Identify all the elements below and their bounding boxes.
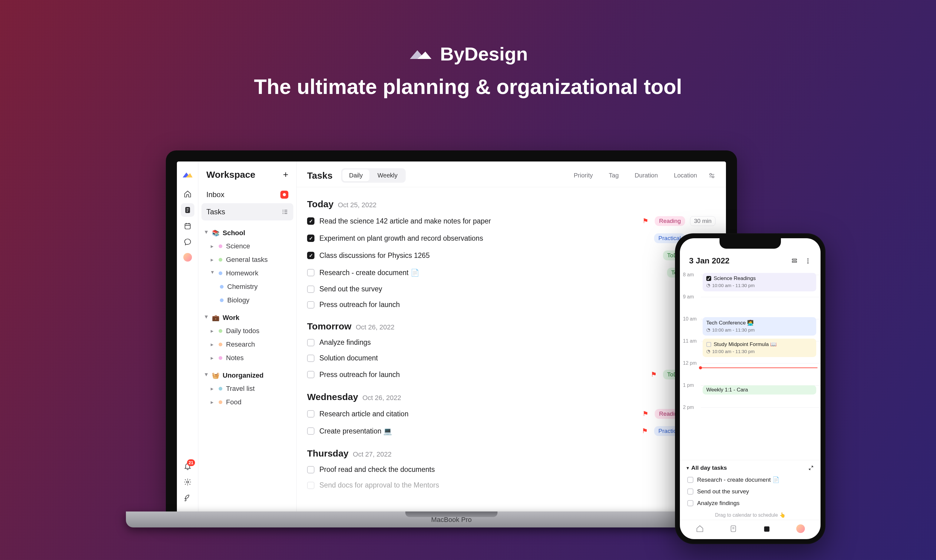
sidebar-item-travel[interactable]: ▸Travel list [202, 382, 296, 395]
page-title: Tasks [307, 171, 333, 181]
checkbox-icon[interactable] [307, 428, 314, 435]
task-row[interactable]: Proof read and check the documents [307, 462, 716, 477]
hour-label: 2 pm [683, 405, 694, 410]
more-vertical-icon[interactable] [805, 258, 811, 265]
task-row[interactable]: Read the science 142 article and make no… [307, 212, 716, 230]
task-row[interactable]: Research article and citation⚑Reading30 … [307, 405, 716, 423]
sidebar-item-biology[interactable]: Biology [202, 294, 296, 307]
checkbox-checked-icon[interactable] [307, 217, 314, 225]
sliders-icon[interactable] [708, 172, 716, 179]
list-view-icon[interactable] [791, 258, 798, 265]
task-row[interactable]: Press outreach for launch⚑ToDo45 min [307, 366, 716, 383]
allday-task[interactable]: Analyze findings [687, 497, 814, 509]
hour-label: 1 pm [683, 383, 694, 388]
task-row[interactable]: Research - create document 📄ToDo2 hrs [307, 264, 716, 281]
sidebar-inbox[interactable]: Inbox [202, 186, 293, 203]
task-row[interactable]: Send docs for approval to the Mentors [307, 477, 716, 493]
color-dot-icon [219, 343, 222, 346]
sidebar-item-research[interactable]: ▸Research [202, 338, 296, 351]
sidebar-group-work[interactable]: ▸ 💼 Work [202, 311, 296, 324]
task-row[interactable]: Create presentation 💻⚑Practical15 min [307, 423, 716, 440]
tab-avatar[interactable] [796, 525, 805, 533]
rail-notifications-button[interactable]: 21 [181, 459, 194, 473]
svg-point-23 [807, 262, 808, 263]
sidebar-item-food[interactable]: ▸Food [202, 395, 296, 409]
tab-daily[interactable]: Daily [342, 169, 369, 182]
checkbox-icon[interactable] [307, 355, 314, 362]
tab-weekly[interactable]: Weekly [371, 169, 404, 182]
phone-agenda[interactable]: 8 am 9 am 10 am 11 am 12 pm 1 pm 2 pm Sc… [680, 269, 821, 460]
phone-tabbar [680, 520, 821, 539]
event-study-midpoint[interactable]: Study Midpoint Formula 📖 ◔10:00 am - 11:… [703, 338, 816, 357]
icon-rail: 21 [177, 162, 199, 511]
rail-tasks-button[interactable] [181, 203, 194, 217]
svg-point-9 [283, 210, 283, 211]
rail-settings-button[interactable] [181, 475, 194, 489]
checkbox-icon[interactable] [307, 410, 314, 417]
rail-home-button[interactable] [181, 187, 194, 201]
event-weekly-cara[interactable]: Weekly 1:1 - Cara [703, 385, 816, 394]
svg-rect-27 [764, 526, 769, 531]
checkbox-icon[interactable] [687, 488, 693, 495]
filter-location[interactable]: Location [669, 170, 702, 181]
sidebar-group-unorganized[interactable]: ▸ 🧺 Unorganized [202, 369, 296, 382]
hour-label: 12 pm [683, 360, 696, 366]
task-row[interactable]: Solution document [307, 350, 716, 366]
allday-task[interactable]: Send out the survey [687, 486, 814, 497]
sidebar-group-work-label: Work [223, 314, 240, 322]
rail-rocket-button[interactable] [181, 491, 194, 505]
filter-priority[interactable]: Priority [569, 170, 597, 181]
allday-task[interactable]: Research - create document 📄 [687, 474, 814, 486]
sidebar-item-notes[interactable]: ▸Notes [202, 351, 296, 365]
task-row[interactable]: Analyze findings [307, 335, 716, 350]
flag-icon: ⚑ [641, 410, 650, 418]
brand-logo-icon [408, 45, 433, 63]
checkbox-checked-icon[interactable] [307, 252, 314, 259]
calendar-icon [184, 222, 192, 230]
task-row[interactable]: Class discussions for Physics 1265ToDo45… [307, 247, 716, 264]
checkbox-icon[interactable] [307, 339, 314, 346]
sidebar-item-science[interactable]: ▸Science [202, 240, 296, 253]
task-row[interactable]: Send out the survey [307, 281, 716, 297]
sidebar-item-chemistry[interactable]: Chemistry [202, 280, 296, 294]
expand-icon[interactable] [808, 465, 814, 471]
tab-calendar[interactable] [763, 525, 771, 533]
checkbox-icon[interactable] [307, 482, 314, 489]
main-panel: Tasks Daily Weekly Priority Tag Duration… [297, 162, 726, 511]
rail-calendar-button[interactable] [181, 219, 194, 233]
svg-rect-19 [792, 259, 797, 260]
event-tech-conference[interactable]: Tech Conference 👩‍💻 ◔10:00 am - 11:30 pm [703, 317, 816, 335]
checkbox-icon[interactable] [307, 301, 314, 309]
tab-home[interactable] [696, 525, 704, 533]
sidebar-item-general[interactable]: ▸General tasks [202, 253, 296, 266]
color-dot-icon [219, 245, 222, 248]
rail-avatar[interactable] [183, 253, 192, 262]
tab-tasks[interactable] [729, 525, 737, 533]
chevron-down-icon[interactable]: ▾ [687, 465, 689, 470]
sidebar-tasks[interactable]: Tasks [202, 203, 293, 220]
workspace-title: Workspace [206, 169, 256, 180]
phone-notch [719, 238, 781, 249]
svg-rect-20 [792, 261, 797, 262]
sidebar-group-school[interactable]: ▸ 📚 School [202, 226, 296, 240]
event-science-readings[interactable]: Science Readings ◔10:00 am - 11:30 pm [703, 273, 816, 291]
color-dot-icon [219, 387, 222, 391]
filter-duration[interactable]: Duration [630, 170, 663, 181]
filter-tag[interactable]: Tag [604, 170, 624, 181]
svg-point-21 [807, 258, 808, 259]
checkbox-icon[interactable] [687, 500, 693, 506]
day-header-tomorrow: Tomorrow Oct 26, 2022 [307, 312, 716, 335]
checkbox-icon[interactable] [307, 371, 314, 378]
rail-chat-button[interactable] [181, 235, 194, 249]
checkbox-icon[interactable] [687, 477, 693, 483]
task-row[interactable]: Press outreach for launch [307, 297, 716, 312]
task-row[interactable]: Experiment on plant growth and record ob… [307, 230, 716, 247]
add-workspace-button[interactable]: + [283, 169, 288, 180]
checkbox-icon[interactable] [307, 286, 314, 293]
checkbox-icon[interactable] [307, 466, 314, 474]
sidebar: Workspace + Inbox Tasks [199, 162, 297, 511]
sidebar-item-daily[interactable]: ▸Daily todos [202, 324, 296, 338]
checkbox-icon[interactable] [307, 269, 314, 276]
sidebar-item-homework[interactable]: ▸Homework [202, 266, 296, 280]
checkbox-checked-icon[interactable] [307, 235, 314, 242]
